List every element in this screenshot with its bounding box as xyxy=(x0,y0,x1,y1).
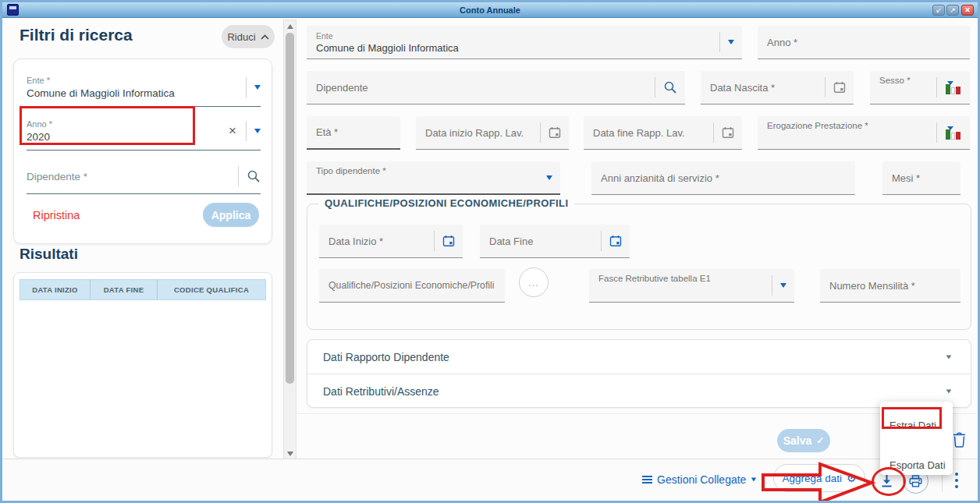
chevron-down-icon[interactable] xyxy=(946,389,952,393)
field-divider xyxy=(246,121,247,141)
calendar-icon[interactable] xyxy=(609,235,622,247)
filter-card: Ente * Comune di Maggioli Informatica An… xyxy=(13,58,272,244)
chevron-down-icon[interactable] xyxy=(946,355,952,359)
more-options-button[interactable]: ... xyxy=(519,267,549,297)
chevron-down-icon[interactable] xyxy=(254,129,261,133)
check-icon: ✓ xyxy=(816,435,824,446)
fasce-retributive-label: Fasce Retributive tabella E1 xyxy=(598,274,764,283)
data-inizio-rapp-field[interactable]: Data inizio Rapp. Lav. xyxy=(416,116,569,150)
dipendente-field[interactable]: Dipendente xyxy=(307,71,685,104)
maximize-button[interactable]: ↗ xyxy=(946,5,959,16)
accordion-dati-rapporto-label: Dati Rapporto Dipendente xyxy=(323,351,449,363)
reset-filters-button[interactable]: Ripristina xyxy=(33,209,80,221)
chevron-down-icon[interactable] xyxy=(254,85,261,90)
field-divider xyxy=(825,77,826,97)
annotation-box-anno xyxy=(20,106,195,145)
ente-label: Ente xyxy=(316,31,712,41)
menu-icon xyxy=(642,474,652,485)
calendar-icon[interactable] xyxy=(833,81,846,94)
restore-down-button[interactable]: ↙ xyxy=(932,5,945,16)
erogazione-field[interactable]: Erogazione Prestazione * xyxy=(758,116,970,150)
column-header-data-inizio[interactable]: DATA INIZIO xyxy=(20,280,91,299)
chevron-down-icon[interactable] xyxy=(780,283,786,288)
qualifiche-section-title: QUALIFICHE/POSIZIONI ECONOMICHE/PROFILI xyxy=(318,197,574,209)
chevron-down-icon[interactable] xyxy=(546,175,552,180)
mesi-placeholder: Mesi * xyxy=(892,172,960,184)
data-nascita-placeholder: Data Nascita * xyxy=(710,82,817,94)
sesso-field[interactable]: Sesso * xyxy=(870,71,970,104)
q-qualifiche-field[interactable]: Qualifiche/Posizioni Economiche/Profili xyxy=(319,269,505,303)
mesi-field[interactable]: Mesi * xyxy=(882,161,960,195)
collapse-filters-button[interactable]: Riduci xyxy=(222,25,275,48)
field-divider xyxy=(246,77,247,97)
annotation-box-estrai-dati xyxy=(882,407,942,429)
q-data-fine-field[interactable]: Data Fine xyxy=(480,225,630,258)
trash-icon[interactable] xyxy=(953,432,966,451)
accordion-dati-retributivi[interactable]: Dati Retributivi/Assenze xyxy=(307,374,971,408)
gestioni-collegate-button[interactable]: Gestioni Collegate xyxy=(642,473,757,486)
data-nascita-field[interactable]: Data Nascita * xyxy=(701,71,854,104)
scroll-down-arrow[interactable] xyxy=(287,452,293,456)
anni-anzianita-placeholder: Anni anzianità di servizio * xyxy=(601,172,855,184)
q-data-inizio-field[interactable]: Data Inizio * xyxy=(319,225,463,258)
dipendente-placeholder: Dipendente xyxy=(316,82,647,94)
data-inizio-rapp-placeholder: Data inizio Rapp. Lav. xyxy=(425,127,532,139)
ente-filter-label: Ente * xyxy=(27,76,238,85)
q-data-fine-placeholder: Data Fine xyxy=(489,236,593,247)
anni-anzianita-field[interactable]: Anni anzianità di servizio * xyxy=(591,161,855,195)
anno-placeholder: Anno * xyxy=(767,37,970,48)
vertical-scrollbar[interactable] xyxy=(283,19,296,461)
apply-filters-button[interactable]: Applica xyxy=(203,203,259,227)
calendar-icon[interactable] xyxy=(722,126,734,139)
field-divider xyxy=(719,32,720,52)
printer-icon xyxy=(909,475,922,487)
accordion-dati-rapporto[interactable]: Dati Rapporto Dipendente xyxy=(307,340,971,374)
scroll-up-arrow[interactable] xyxy=(287,24,293,29)
ente-filter-field[interactable]: Ente * Comune di Maggioli Informatica xyxy=(27,69,261,107)
numero-mensilita-field[interactable]: Numero Mensilità * xyxy=(820,269,960,303)
anno-field[interactable]: Anno * xyxy=(758,26,970,59)
field-divider xyxy=(713,122,714,143)
column-header-codice-qualifica[interactable]: CODICE QUALIFICA xyxy=(158,280,265,299)
flag-dropdown-icon[interactable] xyxy=(945,126,962,140)
fasce-retributive-field[interactable]: Fasce Retributive tabella E1 xyxy=(589,269,794,303)
ente-filter-value: Comune di Maggioli Informatica xyxy=(27,87,238,99)
chevron-up-icon xyxy=(261,34,269,40)
app-window: Conto Annuale ↙ ↗ ✕ Filtri di ricerca Ri… xyxy=(0,0,980,503)
search-icon[interactable] xyxy=(663,80,677,94)
window-title: Conto Annuale xyxy=(2,2,978,18)
chevron-down-icon[interactable] xyxy=(728,40,734,44)
column-header-data-fine[interactable]: DATA FINE xyxy=(91,280,158,299)
ente-value: Comune di Maggioli Informatica xyxy=(316,42,712,54)
q-data-inizio-placeholder: Data Inizio * xyxy=(328,236,426,247)
numero-mensilita-placeholder: Numero Mensilità * xyxy=(829,280,960,292)
gestioni-collegate-label: Gestioni Collegate xyxy=(657,473,746,486)
eta-field[interactable]: Età * xyxy=(307,116,400,150)
calendar-icon[interactable] xyxy=(442,235,455,247)
data-fine-rapp-field[interactable]: Data fine Rapp. Lav. xyxy=(584,116,742,150)
scrollbar-thumb[interactable] xyxy=(286,33,294,384)
salva-button[interactable]: Salva ✓ xyxy=(777,429,830,452)
close-button[interactable]: ✕ xyxy=(961,5,974,16)
calendar-icon[interactable] xyxy=(549,126,561,139)
results-title: Risultati xyxy=(20,246,78,263)
accordion-dati-retributivi-label: Dati Retributivi/Assenze xyxy=(323,385,439,398)
sesso-label: Sesso * xyxy=(879,76,929,85)
tipo-dipendente-label: Tipo dipendente * xyxy=(316,166,546,175)
field-divider xyxy=(238,166,239,186)
field-divider xyxy=(772,275,772,296)
flag-dropdown-icon[interactable] xyxy=(945,81,962,94)
salva-label: Salva xyxy=(783,434,812,447)
ente-field[interactable]: Ente Comune di Maggioli Informatica xyxy=(307,26,742,59)
clear-icon[interactable]: × xyxy=(229,123,236,139)
title-bar: Conto Annuale ↙ ↗ ✕ xyxy=(2,2,978,18)
tipo-dipendente-field[interactable]: Tipo dipendente * xyxy=(307,161,560,195)
field-divider xyxy=(936,122,937,143)
qualifiche-section: QUALIFICHE/POSIZIONI ECONOMICHE/PROFILI xyxy=(307,204,971,330)
q-qualifiche-placeholder: Qualifiche/Posizioni Economiche/Profili xyxy=(328,280,505,291)
dipendente-filter-placeholder: Dipendente * xyxy=(27,171,230,182)
results-table: DATA INIZIO DATA FINE CODICE QUALIFICA xyxy=(13,272,272,458)
dipendente-filter-field[interactable]: Dipendente * xyxy=(27,159,261,194)
kebab-menu-icon[interactable] xyxy=(954,473,959,491)
search-icon[interactable] xyxy=(247,169,261,183)
